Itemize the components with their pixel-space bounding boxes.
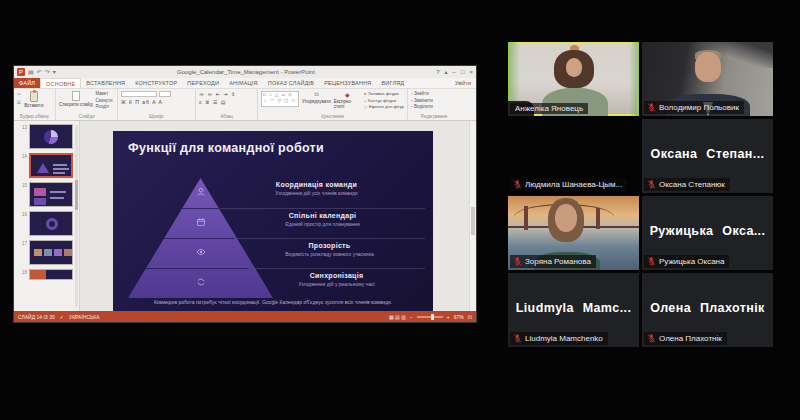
slide-footer-text: Командна робота потребує чіткої координа… (129, 299, 417, 305)
shape-effects-button[interactable]: ◇ Ефекти для фігур (364, 104, 404, 109)
participant-tile-anzhelika[interactable]: Анжеліка Яновець (508, 42, 639, 116)
copy-icon[interactable]: ⧉ (17, 99, 21, 106)
participant-display-name: Олена Плахотнік (642, 301, 773, 315)
slide-thumbnail-18[interactable] (29, 269, 73, 280)
tab-file[interactable]: ФАЙЛ (14, 78, 40, 88)
font-size-box[interactable] (159, 91, 171, 97)
select-button[interactable]: ▫ Виділити (411, 104, 433, 109)
pyramid-level-texts: Координація команди Узгодження дій усіх … (208, 178, 425, 298)
slides-group: Створити слайд Макет Скинути Розділ Слай… (56, 89, 118, 120)
group-label: Шрифт (118, 114, 195, 119)
window-title: Google_Calendar_Time_Management - PowerP… (56, 69, 436, 75)
undo-icon[interactable]: ↶ (37, 69, 42, 75)
slide-title: Функції для командної роботи (128, 141, 324, 155)
quick-styles-button[interactable]: ◆ Експрес-стилі (334, 91, 361, 109)
list-indent-icons[interactable]: ≔ ≕ ⇤ ⇥ ⇕ (199, 91, 236, 97)
person-icon (196, 187, 206, 197)
select-icon: ▫ (411, 104, 413, 109)
zoom-in-button[interactable]: + (447, 314, 450, 320)
close-icon[interactable]: × (469, 69, 473, 75)
slide-indicator: СЛАЙД 14 ІЗ 30 (18, 314, 55, 320)
slide-thumbnail-13[interactable] (29, 124, 73, 149)
shape-fill-button[interactable]: ■ Заливка фігури (364, 91, 404, 96)
layout-button[interactable]: Макет (96, 91, 113, 96)
pie-chart-thumb (44, 130, 58, 144)
participant-tile-ruzhytska[interactable]: Ружицька Окса... Ружицька Оксана (642, 196, 773, 270)
participant-tile-zoriana[interactable]: Зоряна Романова (508, 196, 639, 270)
quick-access-toolbar: P ▤ ↶ ↷ ▾ (17, 68, 56, 76)
font-toggle-buttons[interactable]: Ж К П аб A A (121, 99, 171, 105)
muted-mic-icon (513, 333, 522, 344)
shapes-gallery[interactable]: □ ○ △ ▱ ◇ ☆ ◠ ▽ ◻ ⬭ (261, 91, 299, 107)
shape-outline-button[interactable]: □ Контур фігури (364, 98, 404, 103)
effects-icon: ◇ (364, 104, 367, 109)
language-indicator[interactable]: УКРАЇНСЬКА (69, 314, 100, 320)
zoom-out-button[interactable]: − (410, 314, 413, 320)
save-icon[interactable]: ▤ (28, 69, 34, 75)
tab-review[interactable]: РЕЦЕНЗУВАННЯ (319, 78, 376, 88)
photo-grid-thumb (34, 249, 72, 256)
replace-button[interactable]: ▫ Замінити (411, 98, 433, 103)
current-slide[interactable]: Функції для командної роботи (113, 131, 433, 311)
new-slide-icon (72, 91, 80, 101)
view-buttons-icons[interactable]: ▦ ▤ ▥ (389, 314, 406, 320)
participant-display-name: Оксана Степан... (642, 147, 773, 161)
redo-icon[interactable]: ↷ (45, 69, 50, 75)
slide-thumbnail-17[interactable] (29, 240, 73, 265)
participant-name-label: Ружицька Оксана (644, 255, 729, 268)
powerpoint-window: P ▤ ↶ ↷ ▾ Google_Calendar_Time_Managemen… (14, 66, 476, 322)
donut-diagram-thumb (46, 218, 58, 230)
restore-icon[interactable]: □ (461, 69, 465, 75)
slide-thumbnail-14-selected[interactable] (29, 153, 73, 178)
tab-home[interactable]: ОСНОВНЕ (40, 78, 81, 88)
slide-thumbnail-16[interactable] (29, 211, 73, 236)
participant-tile-oksana-s[interactable]: Оксана Степан... Оксана Степанюк (642, 119, 773, 193)
find-icon: ▫ (411, 91, 413, 96)
minimize-icon[interactable]: – (453, 69, 456, 75)
participant-tile-liudmyla-sh[interactable]: Людмила Шанаева-Цым... (508, 119, 639, 193)
level-synchronization: Синхронізація Узгодження дій у реальному… (248, 268, 425, 298)
scissors-icon[interactable]: ✂ (17, 91, 21, 97)
tab-transitions[interactable]: ПЕРЕХОДИ (182, 78, 224, 88)
font-name-box[interactable] (121, 91, 157, 97)
canvas-scrollbar[interactable] (469, 121, 476, 311)
slide-thumbnail-15[interactable] (29, 182, 73, 207)
fill-icon: ■ (364, 91, 367, 96)
participant-tile-volodymyr[interactable]: Володимир Польовик (642, 42, 773, 116)
help-icon[interactable]: ? (436, 69, 439, 75)
tab-design[interactable]: КОНСТРУКТОР (130, 78, 182, 88)
tab-insert[interactable]: ВСТАВЛЕННЯ (81, 78, 130, 88)
level-coordination: Координація команди Узгодження дій усіх … (208, 178, 425, 208)
zoom-percentage[interactable]: 67% (454, 314, 464, 320)
group-label: Буфер обміну (14, 114, 55, 119)
level-shared-calendars: Спільні календарі Єдиний простір для пла… (220, 208, 425, 238)
participant-tile-olena[interactable]: Олена Плахотнік Олена Плахотнік (642, 273, 773, 347)
participant-name-label: Оксана Степанюк (644, 178, 730, 191)
paste-button[interactable]: Вставити (24, 91, 43, 108)
slide-thumbnail-panel: 13 14 15 (14, 121, 80, 311)
tab-animations[interactable]: АНІМАЦІЯ (224, 78, 263, 88)
tab-view[interactable]: ВИГЛЯД (376, 78, 409, 88)
sign-in-link[interactable]: Увійти (450, 78, 476, 88)
participant-name-label: Людмила Шанаева-Цым... (510, 178, 627, 191)
arrange-button[interactable]: ⧉ Упорядкувати (302, 91, 331, 104)
section-button[interactable]: Розділ (96, 104, 113, 109)
new-slide-button[interactable]: Створити слайд (59, 91, 93, 107)
align-icons[interactable]: ≡ ≣ ☰ ▤ (199, 99, 236, 105)
fit-slide-icon[interactable]: ⊡ (468, 314, 472, 320)
spellcheck-icon[interactable]: ✓ (60, 314, 64, 320)
find-button[interactable]: ▫ Знайти (411, 91, 433, 96)
ribbon-options-icon[interactable]: ▴ (445, 69, 448, 75)
paragraph-group: ≔ ≕ ⇤ ⇥ ⇕ ≡ ≣ ☰ ▤ Абзац (196, 89, 258, 120)
tab-slideshow[interactable]: ПОКАЗ СЛАЙДІВ (263, 78, 319, 88)
chroma-edge (629, 42, 639, 116)
thumbnail-scrollbar[interactable] (75, 125, 78, 307)
zoom-slider[interactable] (417, 316, 443, 318)
paste-icon (30, 91, 38, 102)
participant-tile-liudmyla-m[interactable]: Liudmyla Mamc... Liudmyla Mamchenko (508, 273, 639, 347)
participant-name-label: Олена Плахотнік (644, 332, 727, 345)
muted-mic-icon (647, 256, 656, 267)
muted-mic-icon (647, 179, 656, 190)
reset-button[interactable]: Скинути (96, 98, 113, 103)
level-transparency: Прозорість Видимість розкладу кожного уч… (234, 238, 425, 268)
